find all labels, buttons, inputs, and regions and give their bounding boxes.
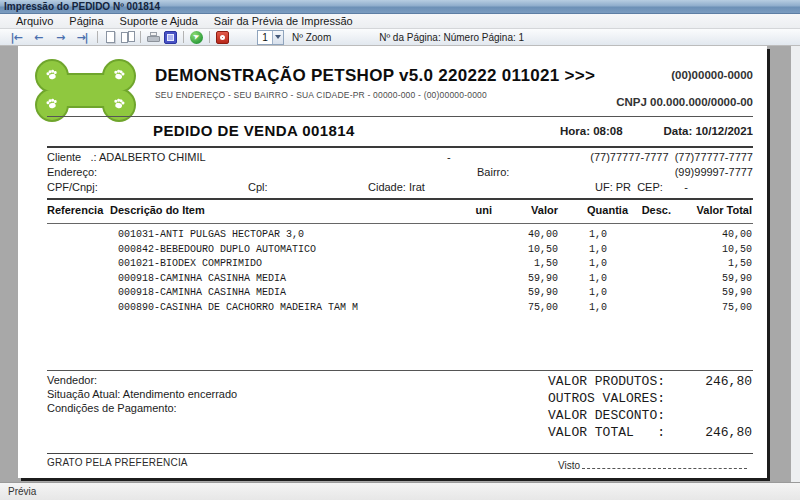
menu-sair-da-previa[interactable]: Sair da Prévia de Impressão <box>206 15 361 27</box>
zoom-label: Nº Zoom <box>292 32 331 43</box>
prev-page-button[interactable]: ← <box>27 31 49 44</box>
export-icon: ➤ <box>190 31 203 44</box>
total-row: VALOR TOTAL : 246,80 <box>18 425 767 442</box>
menu-suporte-e-ajuda[interactable]: Suporte e Ajuda <box>112 15 206 27</box>
item-quantia: 1,0 <box>477 258 607 269</box>
two-page-view-button[interactable] <box>119 30 136 45</box>
total-row: VALOR DESCONTO: <box>18 408 767 425</box>
table-row: 001031-ANTI PULGAS HECTOPAR 3,0 40,00 1,… <box>18 229 767 244</box>
items-table: 001031-ANTI PULGAS HECTOPAR 3,0 40,00 1,… <box>18 229 767 317</box>
client-cidade: Cidade: Irat <box>368 181 425 193</box>
order-date: Data: 10/12/2021 <box>663 125 753 137</box>
table-row: 001021-BIODEX COMPRIMIDO 1,50 1,0 1,50 <box>18 258 767 273</box>
menu-bar: Arquivo Página Suporte e Ajuda Sair da P… <box>0 14 800 29</box>
export-button[interactable]: ➤ <box>188 30 205 45</box>
toolbar: |← ← → →| ➤ 1 Nº Zoom Nº da Página: Núme… <box>0 29 800 46</box>
col-header-descricao: Descrição do Item <box>110 204 205 216</box>
print-button[interactable] <box>145 30 162 45</box>
company-cnpj: CNPJ 00.000.000/0000-00 <box>616 96 753 108</box>
total-row: OUTROS VALORES: <box>18 391 767 408</box>
divider <box>47 453 753 454</box>
window-title: Impressão do PEDIDO Nº 001814 <box>4 1 160 12</box>
toolbar-separator <box>97 31 98 43</box>
report-page: DEMONSTRAÇÃO PETSHOP v5.0 220222 011021 … <box>18 46 767 478</box>
company-title: DEMONSTRAÇÃO PETSHOP v5.0 220222 011021 … <box>155 66 595 86</box>
page-info-label: Nº da Página: Número Página: 1 <box>379 32 524 43</box>
visto-label: Visto <box>558 460 580 471</box>
client-name-line: Cliente .: ADALBERTO CHIMIL <box>47 151 206 163</box>
table-row: 000842-BEBEDOURO DUPLO AUTOMATICO 10,50 … <box>18 244 767 259</box>
next-page-button[interactable]: → <box>49 31 71 44</box>
close-preview-icon <box>216 31 229 44</box>
order-title: PEDIDO DE VENDA 001814 <box>153 122 355 139</box>
total-label: VALOR DESCONTO: <box>548 408 665 423</box>
thanks-message: GRATO PELA PREFERENCIA <box>47 457 188 468</box>
client-endereco-label: Endereço: <box>47 166 97 178</box>
zoom-value: 1 <box>258 32 272 43</box>
item-valor-total: 59,90 <box>622 287 752 298</box>
client-bairro-label: Bairro: <box>477 166 509 178</box>
toolbar-separator <box>209 31 210 43</box>
client-phone2: (99)99997-7777 <box>675 166 753 178</box>
item-quantia: 1,0 <box>477 302 607 313</box>
menu-pagina[interactable]: Página <box>61 15 111 27</box>
toolbar-separator <box>140 31 141 43</box>
item-valor-total: 40,00 <box>622 229 752 240</box>
two-page-icon <box>121 31 135 43</box>
item-description: 001031-ANTI PULGAS HECTOPAR 3,0 <box>118 229 304 240</box>
window-edge <box>791 46 800 482</box>
toolbar-separator <box>183 31 184 43</box>
chevron-down-icon[interactable] <box>272 31 283 44</box>
item-valor-total: 59,90 <box>622 273 752 284</box>
divider <box>47 198 753 200</box>
item-description: 001021-BIODEX COMPRIMIDO <box>118 258 262 269</box>
close-preview-button[interactable] <box>214 30 231 45</box>
divider <box>47 146 753 148</box>
first-page-button[interactable]: |← <box>5 31 27 44</box>
print-preview-window: Impressão do PEDIDO Nº 001814 Arquivo Pá… <box>0 0 800 500</box>
item-quantia: 1,0 <box>477 273 607 284</box>
menu-arquivo[interactable]: Arquivo <box>8 15 61 27</box>
table-row: 000890-CASINHA DE CACHORRO MADEIRA TAM M… <box>18 302 767 317</box>
company-phone: (00)00000-0000 <box>671 69 753 81</box>
company-address: SEU ENDEREÇO - SEU BAIRRO - SUA CIDADE-P… <box>155 90 487 100</box>
print-setup-icon <box>164 31 177 44</box>
item-description: 000890-CASINHA DE CACHORRO MADEIRA TAM M <box>118 302 358 313</box>
item-description: 000918-CAMINHA CASINHA MEDIA <box>118 273 286 284</box>
divider <box>47 116 753 117</box>
item-quantia: 1,0 <box>477 229 607 240</box>
visto-area: Visto <box>558 459 747 471</box>
last-page-button[interactable]: →| <box>71 31 93 44</box>
document-area[interactable]: DEMONSTRAÇÃO PETSHOP v5.0 220222 011021 … <box>0 46 800 482</box>
item-valor-total: 75,00 <box>622 302 752 313</box>
total-label: OUTROS VALORES: <box>548 391 665 406</box>
client-cpl-label: Cpl: <box>248 181 268 193</box>
item-valor-total: 1,50 <box>622 258 752 269</box>
item-quantia: 1,0 <box>477 287 607 298</box>
single-page-view-button[interactable] <box>102 30 119 45</box>
zoom-select[interactable]: 1 <box>257 30 284 45</box>
item-quantia: 1,0 <box>477 244 607 255</box>
total-row: VALOR PRODUTOS: 246,80 <box>18 374 767 391</box>
signature-line <box>582 459 747 469</box>
status-text: Prévia <box>8 486 36 497</box>
divider <box>47 223 753 224</box>
single-page-icon <box>106 31 115 43</box>
client-uf-cep: UF: PR CEP: - <box>595 181 688 193</box>
total-value: 246,80 <box>622 425 752 440</box>
client-cpf-label: CPF/Cnpj: <box>47 181 98 193</box>
print-setup-button[interactable] <box>162 30 179 45</box>
item-valor-total: 10,50 <box>622 244 752 255</box>
status-bar: Prévia <box>0 482 800 500</box>
title-bar[interactable]: Impressão do PEDIDO Nº 001814 <box>0 0 800 14</box>
client-phones: (77)77777-7777 (77)77777-7777 <box>590 151 753 163</box>
order-time: Hora: 08:08 <box>560 125 623 137</box>
totals-block: VALOR PRODUTOS: 246,80 OUTROS VALORES: V… <box>18 374 767 442</box>
item-description: 000918-CAMINHA CASINHA MEDIA <box>118 287 286 298</box>
client-dash: - <box>447 151 451 163</box>
divider <box>47 370 753 371</box>
petshop-bone-logo <box>35 59 136 122</box>
col-header-valor-total: Valor Total <box>622 204 752 216</box>
item-description: 000842-BEBEDOURO DUPLO AUTOMATICO <box>118 244 316 255</box>
total-value: 246,80 <box>622 374 752 389</box>
